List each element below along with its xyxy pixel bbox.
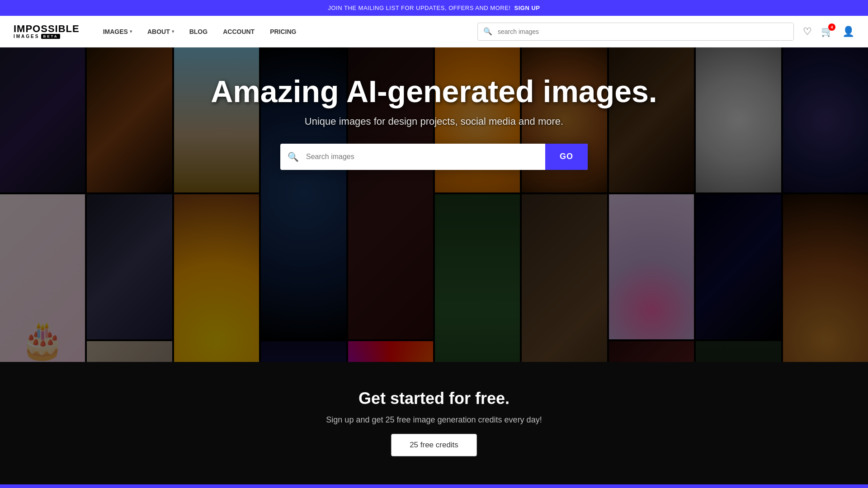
beta-badge: BETA <box>41 34 60 39</box>
cart-button[interactable]: 🛒 4 <box>821 26 833 38</box>
bottom-section: Get started for free. Sign up and get 25… <box>0 362 868 488</box>
banner-text: JOIN THE MAILING LIST FOR UPDATES, OFFER… <box>328 5 510 11</box>
logo-sub: IMAGES BETA <box>14 34 80 39</box>
heart-icon: ♡ <box>803 26 812 37</box>
free-credits-button[interactable]: 25 free credits <box>391 434 477 456</box>
hero-section: Amazing AI-generated images. Unique imag… <box>0 47 868 488</box>
logo-main: IMPOSSIBLE <box>14 24 80 34</box>
hero-content: Amazing AI-generated images. Unique imag… <box>0 47 868 170</box>
hero-go-button[interactable]: GO <box>545 144 588 170</box>
favorites-button[interactable]: ♡ <box>803 26 812 38</box>
nav-pricing[interactable]: PRICING <box>264 24 302 39</box>
nav-about[interactable]: ABOUT ▾ <box>142 24 179 39</box>
grid-image-rainbow <box>609 194 694 339</box>
bottom-subtitle: Sign up and get 25 free image generation… <box>326 415 542 425</box>
banner-cta[interactable]: SIGN UP <box>514 5 540 11</box>
nav-images[interactable]: IMAGES ▾ <box>98 24 137 39</box>
bottom-bar <box>0 484 868 488</box>
hero-search-input[interactable] <box>306 144 545 170</box>
bottom-title: Get started for free. <box>359 389 509 408</box>
cart-badge: 4 <box>828 23 835 31</box>
navbar: IMPOSSIBLE IMAGES BETA IMAGES ▾ ABOUT ▾ … <box>0 16 868 47</box>
images-chevron-icon: ▾ <box>130 29 132 34</box>
search-icon: 🔍 <box>478 27 498 36</box>
user-icon: 👤 <box>842 26 854 37</box>
hero-search-icon: 🔍 <box>280 151 306 162</box>
hero-subtitle: Unique images for design projects, socia… <box>305 116 563 127</box>
grid-image-dark1 <box>696 194 781 339</box>
nav-links: IMAGES ▾ ABOUT ▾ BLOG ACCOUNT PRICING <box>98 24 477 39</box>
search-input[interactable] <box>498 23 793 40</box>
hero-search-bar: 🔍 GO <box>280 144 588 170</box>
about-chevron-icon: ▾ <box>172 29 174 34</box>
logo[interactable]: IMPOSSIBLE IMAGES BETA <box>14 24 80 39</box>
hero-title: Amazing AI-generated images. <box>211 75 657 108</box>
nav-icons: ♡ 🛒 4 👤 <box>803 26 854 38</box>
grid-image-20 <box>87 194 172 339</box>
search-bar-nav[interactable]: 🔍 <box>477 23 794 41</box>
top-banner: JOIN THE MAILING LIST FOR UPDATES, OFFER… <box>0 0 868 16</box>
nav-blog[interactable]: BLOG <box>184 24 213 39</box>
nav-account[interactable]: ACCOUNT <box>217 24 260 39</box>
user-button[interactable]: 👤 <box>842 26 854 38</box>
